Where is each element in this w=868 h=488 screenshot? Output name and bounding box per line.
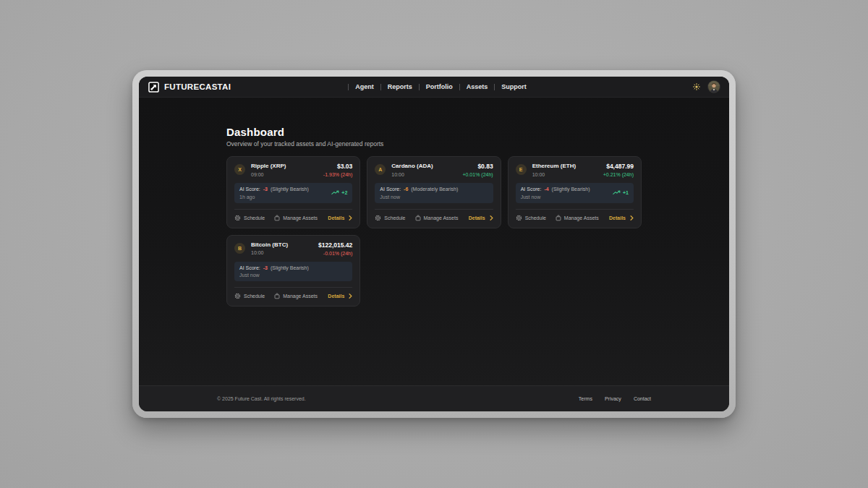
asset-time: 10:00: [391, 172, 433, 177]
copyright-text: © 2025 Future Cast. All rights reserved.: [217, 396, 306, 401]
brand-name: FUTURECASTAI: [164, 82, 231, 91]
nav-item[interactable]: Support: [488, 83, 527, 90]
ai-score-row: AI Score: -6 (Moderately Bearish) Just n…: [375, 183, 493, 203]
asset-card: B Bitcoin (BTC) 10:00 $122,015.42 -0.01%…: [226, 235, 360, 307]
schedule-button[interactable]: Schedule: [234, 215, 265, 221]
main-nav: Agent Reports Portfolio Assets Support: [341, 83, 527, 90]
asset-time: 09:00: [251, 172, 286, 177]
ai-score-label: AI Score:: [239, 187, 260, 192]
card-actions: Schedule Manage Assets: [234, 288, 352, 299]
briefcase-icon: [415, 215, 421, 221]
brand: FUTURECASTAI: [148, 82, 341, 93]
app-window-frame: FUTURECASTAI Agent Reports Portfolio Ass…: [132, 70, 736, 418]
ai-sentiment: (Slightly Bearish): [271, 187, 309, 192]
asset-time: 10:00: [251, 250, 288, 255]
ai-sentiment: (Slightly Bearish): [271, 265, 309, 270]
asset-name: Bitcoin (BTC): [251, 242, 288, 249]
trend-up-icon: [613, 190, 621, 195]
details-button[interactable]: Details: [469, 215, 493, 221]
ai-score-updated: Just now: [239, 273, 309, 278]
asset-card-header: B Bitcoin (BTC) 10:00 $122,015.42 -0.01%…: [234, 242, 352, 256]
dashboard-main: Dashboard Overview of your tracked asset…: [139, 98, 729, 385]
chevron-right-icon: [630, 215, 634, 221]
header-actions: [527, 81, 720, 93]
nav-item[interactable]: Reports: [374, 83, 412, 90]
details-button[interactable]: Details: [328, 294, 352, 299]
manage-assets-button[interactable]: Manage Assets: [274, 293, 318, 299]
asset-price: $122,015.42: [318, 242, 352, 249]
details-button[interactable]: Details: [609, 215, 634, 221]
asset-price: $4,487.99: [603, 163, 634, 170]
trend-value: +1: [623, 190, 629, 195]
schedule-button[interactable]: Schedule: [375, 215, 405, 221]
trend-badge: +2: [331, 190, 347, 195]
manage-assets-button[interactable]: Manage Assets: [556, 215, 599, 221]
nav-item[interactable]: Portfolio: [412, 83, 453, 90]
asset-initial-icon: B: [234, 243, 245, 254]
gear-icon: [234, 215, 241, 221]
card-actions: Schedule Manage Assets: [516, 210, 634, 221]
asset-card-header: E Ethereum (ETH) 10:00 $4,487.99 +0.21% …: [516, 163, 634, 177]
asset-price: $0.83: [462, 163, 493, 170]
page-footer: © 2025 Future Cast. All rights reserved.…: [139, 385, 729, 411]
page-title: Dashboard: [226, 127, 642, 137]
asset-card: A Cardano (ADA) 10:00 $0.83 +0.01% (24h): [367, 156, 501, 228]
asset-price: $3.03: [323, 163, 352, 170]
asset-initial-icon: E: [516, 164, 527, 175]
footer-link[interactable]: Terms: [579, 396, 592, 401]
app-window: FUTURECASTAI Agent Reports Portfolio Ass…: [139, 77, 729, 411]
card-actions: Schedule Manage Assets: [375, 210, 493, 221]
gear-icon: [375, 215, 381, 221]
asset-change: -1.93% (24h): [323, 172, 352, 177]
trend-badge: +1: [613, 190, 629, 195]
footer-link[interactable]: Contact: [634, 396, 651, 401]
ai-score-row: AI Score: -3 (Slightly Bearish) 1h ago: [234, 183, 352, 203]
asset-change: +0.01% (24h): [462, 172, 493, 177]
manage-assets-button[interactable]: Manage Assets: [274, 215, 318, 221]
chevron-right-icon: [349, 294, 352, 299]
nav-item[interactable]: Agent: [341, 83, 374, 90]
brand-logo-icon: [148, 82, 159, 93]
gear-icon: [234, 293, 241, 299]
user-avatar[interactable]: [708, 81, 720, 93]
briefcase-icon: [274, 293, 280, 299]
ai-score-label: AI Score:: [239, 265, 260, 270]
schedule-button[interactable]: Schedule: [516, 215, 546, 221]
theme-toggle-sun-icon[interactable]: [692, 82, 701, 91]
chevron-right-icon: [490, 215, 493, 221]
schedule-button[interactable]: Schedule: [234, 293, 265, 299]
briefcase-icon: [274, 215, 280, 221]
asset-card-header: X Ripple (XRP) 09:00 $3.03 -1.93% (24h): [234, 163, 352, 177]
asset-card-grid: X Ripple (XRP) 09:00 $3.03 -1.93% (24h): [226, 156, 642, 307]
ai-sentiment: (Slightly Bearish): [552, 187, 590, 192]
trend-value: +2: [341, 190, 347, 195]
footer-link[interactable]: Privacy: [605, 396, 621, 401]
manage-assets-button[interactable]: Manage Assets: [415, 215, 459, 221]
ai-score-value: -3: [263, 265, 268, 270]
briefcase-icon: [556, 215, 561, 221]
ai-score-updated: 1h ago: [239, 194, 309, 200]
asset-card-header: A Cardano (ADA) 10:00 $0.83 +0.01% (24h): [375, 163, 493, 177]
page-subtitle: Overview of your tracked assets and AI-g…: [226, 141, 642, 147]
asset-change: +0.21% (24h): [603, 172, 634, 177]
asset-name: Ripple (XRP): [251, 163, 286, 170]
ai-score-row: AI Score: -4 (Slightly Bearish) Just now: [516, 183, 634, 203]
trend-up-icon: [331, 190, 339, 195]
asset-time: 10:00: [532, 172, 576, 177]
asset-card: X Ripple (XRP) 09:00 $3.03 -1.93% (24h): [226, 156, 360, 228]
ai-score-row: AI Score: -3 (Slightly Bearish) Just now: [234, 262, 352, 282]
details-button[interactable]: Details: [328, 215, 352, 221]
asset-name: Ethereum (ETH): [532, 163, 576, 170]
ai-score-value: -6: [404, 187, 408, 192]
asset-initial-icon: X: [234, 164, 245, 175]
card-actions: Schedule Manage Assets: [234, 210, 352, 221]
chevron-right-icon: [349, 215, 352, 221]
asset-card: E Ethereum (ETH) 10:00 $4,487.99 +0.21% …: [508, 156, 642, 228]
asset-name: Cardano (ADA): [391, 163, 433, 170]
ai-score-label: AI Score:: [380, 187, 401, 192]
top-nav-bar: FUTURECASTAI Agent Reports Portfolio Ass…: [139, 77, 729, 98]
asset-change: -0.01% (24h): [318, 251, 352, 256]
ai-sentiment: (Moderately Bearish): [411, 187, 458, 192]
gear-icon: [516, 215, 522, 221]
nav-item[interactable]: Assets: [453, 83, 488, 90]
